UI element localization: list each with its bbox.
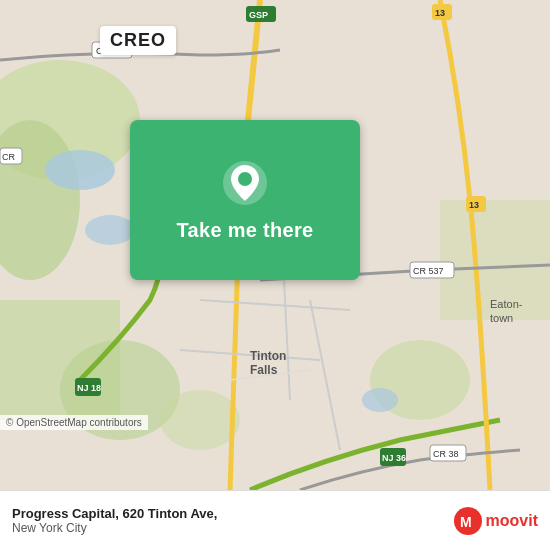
- svg-text:M: M: [460, 514, 472, 530]
- svg-text:NJ 18: NJ 18: [77, 383, 101, 393]
- svg-point-5: [160, 390, 240, 450]
- svg-text:GSP: GSP: [249, 10, 268, 20]
- moovit-text: moovit: [486, 512, 538, 530]
- location-name: Progress Capital, 620 Tinton Ave,: [12, 506, 217, 521]
- location-city: New York City: [12, 521, 217, 535]
- copyright-text: © OpenStreetMap contributors: [6, 417, 142, 428]
- copyright-bar: © OpenStreetMap contributors: [0, 415, 148, 430]
- svg-point-41: [238, 172, 252, 186]
- svg-text:13: 13: [469, 200, 479, 210]
- creo-logo: CREO: [100, 26, 176, 55]
- location-pin-icon: [221, 159, 269, 207]
- map-container: CR 50 GSP CR 537 13 13 NJ 18 NJ 36 CR 38…: [0, 0, 550, 490]
- take-me-there-button[interactable]: Take me there: [130, 120, 360, 280]
- svg-text:Tinton: Tinton: [250, 349, 286, 363]
- bottom-bar: Progress Capital, 620 Tinton Ave, New Yo…: [0, 490, 550, 550]
- svg-text:town: town: [490, 312, 513, 324]
- svg-point-9: [85, 215, 135, 245]
- svg-text:CR: CR: [2, 152, 15, 162]
- svg-point-10: [362, 388, 398, 412]
- moovit-logo[interactable]: M moovit: [454, 507, 538, 535]
- svg-point-8: [45, 150, 115, 190]
- take-me-there-label: Take me there: [177, 219, 314, 242]
- svg-text:CR 38: CR 38: [433, 449, 459, 459]
- location-info: Progress Capital, 620 Tinton Ave, New Yo…: [12, 506, 217, 535]
- svg-text:CR 537: CR 537: [413, 266, 444, 276]
- svg-text:NJ 36: NJ 36: [382, 453, 406, 463]
- svg-text:13: 13: [435, 8, 445, 18]
- creo-label: CREO: [110, 30, 166, 50]
- moovit-icon: M: [454, 507, 482, 535]
- svg-text:Eaton-: Eaton-: [490, 298, 523, 310]
- svg-text:Falls: Falls: [250, 363, 278, 377]
